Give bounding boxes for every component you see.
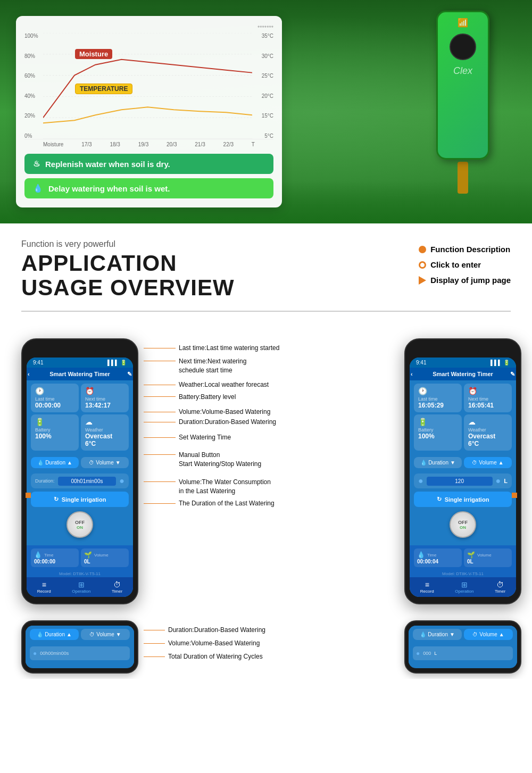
right-status-bar: 9:41 ▌▌▌ 🔋	[410, 358, 516, 368]
tab-volume-btn[interactable]: ⏱ Volume ▼	[81, 457, 129, 468]
right-tab-duration-label: Duration	[428, 460, 448, 466]
annot-text-1: Last time:Last time watering started	[179, 344, 279, 353]
right-volume-stat-label: Volume	[477, 553, 492, 558]
bottom-left-content: ● 00h00min00s	[26, 642, 134, 668]
bottom-right-tab-duration[interactable]: 💧 Duration ▼	[413, 629, 462, 640]
last-time-icon: 🕐	[35, 387, 74, 395]
bottom-left-mini-phone: 💧 Duration ▲ ⏱ Volume ▼ ● 0	[21, 620, 138, 674]
right-record-icon: ≡	[420, 580, 434, 589]
annot-text-2: Next time:Next watering schedule start t…	[179, 357, 246, 375]
time-stat-label: Time	[44, 553, 53, 558]
right-nav-timer-label: Timer	[495, 589, 505, 594]
left-watering-control: Duration: 00h01min00s ● ↻ Single irrigat…	[27, 470, 133, 545]
right-time-stat-box: 💧 Time 00:00:04	[414, 548, 462, 567]
bottom-annot-text-3: Total Duration of Watering Cycles	[168, 652, 263, 661]
volume-stat-box: 🌱 Volume 0L	[81, 548, 129, 567]
bottom-annot-text-2: Volume:Volume-Based Watering	[168, 639, 260, 648]
annot-text-10: Manual Button Start Watering/Stop Wateri…	[179, 451, 261, 469]
right-single-irrigation-button[interactable]: ↻ Single irrigation	[414, 492, 512, 507]
bottom-left-tab-volume[interactable]: ⏱ Volume ▼	[81, 629, 130, 640]
nav-record[interactable]: ≡ Record	[37, 580, 51, 594]
br-duration-label: Duration	[428, 631, 448, 637]
annot-text-6: Duration:Duration-Based Watering	[179, 418, 276, 427]
down-arrow: ▼	[115, 460, 121, 466]
annotation-volume: Volume:Volume-Based Watering	[144, 408, 399, 417]
right-up-arrow: ▲	[498, 460, 504, 466]
bottom-left-duration-row: ● 00h00min00s	[30, 646, 130, 660]
bottom-annot-text-1: Duration:Duration-Based Watering	[168, 626, 265, 635]
volume-input-value[interactable]: 120	[427, 477, 493, 486]
bl-drop-icon: 💧	[37, 631, 43, 637]
right-last-time-icon: 🕐	[418, 387, 458, 395]
annotation-duration: Duration:Duration-Based Watering	[144, 418, 399, 427]
right-nav-operation[interactable]: ⊞ Operation	[455, 580, 473, 594]
volume-stat-label: Volume	[94, 553, 109, 558]
wifi-icon: 📶	[458, 18, 468, 28]
duration-label: Duration:	[35, 478, 55, 484]
bl-duration-label: Duration	[45, 631, 65, 637]
right-weather-label: Weather	[468, 427, 508, 433]
right-nav-record[interactable]: ≡ Record	[420, 580, 434, 594]
legend-label-click: Click to enter	[430, 260, 481, 269]
right-status-time: 9:41	[416, 360, 426, 365]
annot-text-2b: schedule start time	[179, 367, 232, 374]
annot-line-2	[144, 361, 176, 361]
nav-timer-label: Timer	[112, 589, 122, 594]
left-status-bar: 9:41 ▌▌▌ 🔋	[27, 358, 133, 368]
header-edit: ✎	[127, 371, 132, 378]
tab-duration-btn[interactable]: 💧 Duration ▲	[31, 457, 79, 468]
bottom-left-tab-duration[interactable]: 💧 Duration ▲	[30, 629, 79, 640]
replenish-water-btn[interactable]: ♨ Replenish water when soil is dry.	[24, 154, 273, 174]
single-irrigation-button[interactable]: ↻ Single irrigation	[31, 492, 129, 507]
last-time-value: 00:00:00	[35, 402, 74, 409]
br-dot: ●	[416, 650, 420, 657]
left-phone-notch	[64, 346, 96, 355]
right-nav-timer[interactable]: ⏱ Timer	[495, 580, 505, 594]
operation-icon: ⊞	[72, 580, 90, 589]
chart-stars: *******	[24, 24, 273, 31]
bottom-right-tab-volume[interactable]: ⏱ Volume ▲	[464, 629, 513, 640]
weather-label: Weather	[85, 427, 124, 433]
nav-operation[interactable]: ⊞ Operation	[72, 580, 90, 594]
right-operation-icon: ⊞	[455, 580, 473, 589]
right-single-irrigation-label: Single irrigation	[445, 496, 489, 503]
annot-line-10	[144, 454, 176, 455]
duration-value[interactable]: 00h01min00s	[58, 477, 117, 486]
chart-x-labels: Moisture 17/3 18/3 19/3 20/3 21/3 22/3 T	[24, 142, 273, 147]
last-time-label: Last time	[35, 396, 74, 402]
br-down-arrow: ▼	[450, 631, 455, 637]
right-next-time-icon: ⏰	[468, 387, 508, 395]
left-info-grid: 🕐 Last time 00:00:00 ⏰ Next time 13:42:1…	[27, 380, 133, 454]
next-time-icon: ⏰	[85, 387, 124, 395]
delay-watering-btn[interactable]: 💧 Delay watering when soil is wet.	[24, 178, 273, 198]
bl-dot: ●	[33, 650, 37, 657]
annot-text-5: Volume:Volume-Based Watering	[179, 408, 270, 417]
right-battery-value: 100%	[418, 433, 458, 440]
left-tab-row: 💧 Duration ▲ ⏱ Volume ▼	[27, 454, 133, 470]
bottom-right-tab-row: 💧 Duration ▼ ⏱ Volume ▲	[409, 626, 517, 642]
left-model-text: Model: DT8K-V-T5-11	[27, 570, 133, 577]
bottom-right-phone: 💧 Duration ▼ ⏱ Volume ▲ ● 0	[404, 620, 521, 674]
left-phone-wrapper: 9:41 ▌▌▌ 🔋 ‹ Smart Watering Timer ✎ 🕐 La…	[21, 338, 138, 604]
device-connector	[458, 162, 468, 194]
weather-value: Overcast 6°C	[85, 433, 124, 447]
right-tab-duration-btn[interactable]: 💧 Duration ▼	[414, 457, 462, 468]
right-tab-volume-btn[interactable]: ⏱ Volume ▲	[464, 457, 512, 468]
right-next-time-value: 16:05:41	[468, 402, 508, 409]
left-phone-screen: 9:41 ▌▌▌ 🔋 ‹ Smart Watering Timer ✎ 🕐 La…	[27, 358, 133, 597]
right-next-time-label: Next time	[468, 396, 508, 402]
nav-timer[interactable]: ⏱ Timer	[112, 580, 122, 594]
right-last-time-label: Last time	[418, 396, 458, 402]
right-weather-icon: ☁	[468, 418, 508, 426]
right-status-icons: ▌▌▌ 🔋	[491, 360, 510, 365]
right-info-grid: 🕐 Last time 16:05:29 ⏰ Next time 16:05:4…	[410, 380, 516, 454]
volume-stat-icon: 🌱	[84, 551, 92, 559]
right-off-on-button[interactable]: OFF ON	[450, 511, 476, 538]
delay-icon: 💧	[33, 184, 43, 193]
annot-line-1	[144, 348, 176, 348]
off-on-button[interactable]: OFF ON	[66, 511, 93, 538]
right-time-stat-value: 00:00:04	[417, 559, 459, 564]
annot-line-4	[144, 396, 176, 397]
chart-y-labels-right: 35°C 30°C 25°C 20°C 15°C 5°C	[252, 33, 273, 139]
right-off-text: OFF	[458, 520, 468, 525]
